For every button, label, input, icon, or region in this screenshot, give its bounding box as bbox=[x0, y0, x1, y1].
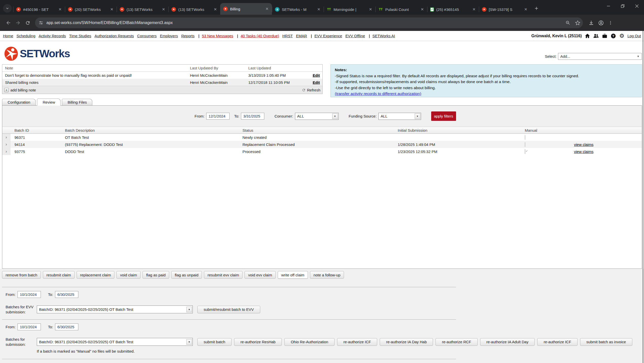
help-icon[interactable]: ? bbox=[610, 33, 616, 39]
expand-row-icon[interactable]: › bbox=[2, 148, 10, 155]
submit-batch-as-invoice-button[interactable]: submit batch as invoice bbox=[580, 338, 632, 346]
tab-close-icon[interactable]: ✕ bbox=[471, 7, 477, 12]
evv-to-input[interactable] bbox=[55, 291, 78, 298]
tab-configuration[interactable]: Configuration bbox=[2, 99, 36, 105]
window-minimize-button[interactable] bbox=[601, 0, 616, 12]
nav-authorization-requests[interactable]: Authorization Requests bbox=[95, 34, 134, 38]
submission-to-input[interactable] bbox=[55, 323, 78, 330]
note-a-follow-up-button[interactable]: note a follow-up bbox=[310, 271, 344, 279]
browser-tab-4[interactable]: ★ (13) SETWorks ✕ bbox=[168, 4, 220, 15]
nav-hrst[interactable]: HRST bbox=[282, 34, 293, 38]
void-claim-button[interactable]: void claim bbox=[116, 271, 141, 279]
nav-new-messages[interactable]: 53 New Messages bbox=[202, 34, 233, 38]
nav-consumers[interactable]: Consumers bbox=[137, 34, 157, 38]
gear-icon[interactable]: ⚙ bbox=[619, 33, 625, 39]
nav-scheduling[interactable]: Scheduling bbox=[16, 34, 35, 38]
quick-add-select[interactable]: Add... ▼ bbox=[558, 53, 642, 60]
evv-batch-select[interactable]: BatchID: 96371 (02/04/2025-02/25/2025) O… bbox=[37, 305, 193, 313]
expand-row-icon[interactable]: › bbox=[2, 134, 10, 141]
browser-tab-9[interactable]: ✓ (25) #365145 ✕ bbox=[427, 4, 479, 15]
submission-from-input[interactable] bbox=[18, 323, 41, 330]
tab-close-icon[interactable]: ✕ bbox=[109, 7, 115, 12]
refresh-notes-button[interactable]: Refresh bbox=[302, 88, 320, 92]
filter-from-input[interactable] bbox=[206, 113, 230, 120]
omnibox[interactable]: app.set-works.com/SW/Home/EDIBilling/EDI… bbox=[35, 17, 583, 28]
home-icon[interactable] bbox=[584, 33, 590, 39]
transfer-activity-records-link[interactable]: (transfer activity records to different … bbox=[335, 91, 421, 96]
url-text[interactable]: app.set-works.com/SW/Home/EDIBilling/EDI… bbox=[46, 21, 563, 25]
nav-home[interactable]: Home bbox=[3, 34, 13, 38]
submission-batch-select[interactable]: BatchID: 96371 (02/04/2025-02/25/2025) O… bbox=[37, 338, 193, 346]
tab-review[interactable]: Review bbox=[37, 99, 61, 106]
remove-from-batch-button[interactable]: remove from batch bbox=[2, 271, 41, 279]
tab-close-icon[interactable]: ✕ bbox=[316, 7, 322, 12]
nav-setworks-ai[interactable]: SETWorks AI bbox=[372, 34, 395, 38]
void-evv-claim-button[interactable]: void evv claim bbox=[245, 271, 275, 279]
bookmark-star-icon[interactable] bbox=[575, 20, 580, 26]
browser-tab-2[interactable]: ★ (20) SETWorks ✕ bbox=[65, 4, 117, 15]
tab-close-icon[interactable]: ✕ bbox=[368, 7, 373, 12]
profile-button[interactable] bbox=[596, 18, 606, 28]
batch-row-93775[interactable]: › 93775 DODD Test Processed 1/23/2025 12… bbox=[2, 148, 642, 155]
view-claims-link[interactable]: view claims bbox=[574, 149, 594, 154]
browser-tab-billing-active[interactable]: ★ Billing ✕ bbox=[220, 3, 272, 15]
downloads-button[interactable] bbox=[586, 18, 596, 28]
edit-note-link[interactable]: Edit bbox=[313, 73, 320, 78]
forward-button[interactable] bbox=[13, 18, 23, 28]
submit-resubmit-batch-to-evv-button[interactable]: submit/resubmit batch to EVV bbox=[197, 306, 260, 313]
tab-close-icon[interactable]: ✕ bbox=[212, 7, 218, 12]
people-icon[interactable] bbox=[593, 33, 599, 39]
plus-icon[interactable]: + bbox=[4, 88, 9, 92]
browser-tab-7[interactable]: TT Morningside | ✕ bbox=[324, 4, 375, 15]
browser-tab-8[interactable]: TT Pulaski Count ✕ bbox=[375, 4, 427, 15]
re-authorize-icf-2-button[interactable]: re-authorize ICF bbox=[537, 338, 577, 346]
new-tab-button[interactable] bbox=[532, 4, 541, 13]
window-restore-button[interactable] bbox=[616, 0, 630, 12]
flag-as-unpaid-button[interactable]: flag as unpaid bbox=[171, 271, 202, 279]
tab-close-icon[interactable]: ✕ bbox=[264, 6, 270, 12]
nav-emar[interactable]: EMAR bbox=[296, 34, 307, 38]
tab-billing-files[interactable]: Billing Files bbox=[62, 99, 92, 105]
back-button[interactable] bbox=[4, 18, 13, 28]
nav-evv-offline[interactable]: EVV Offline bbox=[345, 34, 365, 38]
flag-as-paid-button[interactable]: flag as paid bbox=[143, 271, 169, 279]
zoom-out-icon[interactable] bbox=[565, 20, 570, 25]
manual-checkbox[interactable] bbox=[525, 149, 525, 154]
browser-menu-button[interactable] bbox=[606, 18, 615, 28]
edit-note-link[interactable]: Edit bbox=[313, 80, 320, 85]
resubmit-claim-button[interactable]: resubmit claim bbox=[43, 271, 75, 279]
briefcase-icon[interactable] bbox=[602, 33, 608, 39]
nav-tasks[interactable]: 40 Tasks (40 Overdue) bbox=[241, 34, 279, 38]
submit-batch-button[interactable]: submit batch bbox=[197, 338, 232, 346]
tab-search-button[interactable] bbox=[3, 4, 12, 13]
nav-evv-experience[interactable]: EVV Experience bbox=[315, 34, 342, 38]
browser-tab-1[interactable]: ★ #450198 - SET ✕ bbox=[13, 4, 65, 15]
tab-close-icon[interactable]: ✕ bbox=[523, 7, 529, 12]
re-authorize-rcf-button[interactable]: re-authorize RCF bbox=[436, 338, 477, 346]
batch-row-96371[interactable]: › 96371 OT Batch Test Newly created bbox=[2, 134, 642, 141]
window-close-button[interactable] bbox=[630, 0, 644, 12]
view-claims-link[interactable]: view claims bbox=[574, 142, 594, 147]
nav-reports[interactable]: Reports bbox=[181, 34, 195, 38]
re-authorize-reshab-button[interactable]: re-authorize ResHab bbox=[234, 338, 282, 346]
manual-checkbox[interactable] bbox=[525, 135, 525, 140]
resubmit-evv-claim-button[interactable]: resubmit evv claim bbox=[204, 271, 242, 279]
add-billing-note-button[interactable]: add billing note bbox=[10, 88, 36, 92]
replacement-claim-button[interactable]: replacement claim bbox=[77, 271, 115, 279]
browser-tab-10[interactable]: ★ [SW-15379] S ✕ bbox=[479, 4, 531, 15]
filter-to-input[interactable] bbox=[241, 113, 264, 120]
browser-tab-3[interactable]: ★ (13) SETWorks ✕ bbox=[117, 4, 168, 15]
batch-row-94114[interactable]: › 94114 (93775) Replacement: DODD Test R… bbox=[2, 141, 642, 148]
write-off-claim-button[interactable]: write off claim bbox=[278, 271, 308, 279]
nav-employers[interactable]: Employers bbox=[160, 34, 178, 38]
browser-tab-6[interactable]: s SETWorks - M ✕ bbox=[272, 4, 324, 15]
expand-row-icon[interactable]: › bbox=[2, 141, 10, 148]
tab-close-icon[interactable]: ✕ bbox=[419, 7, 425, 12]
consumer-select[interactable]: ALL ▼ bbox=[295, 113, 339, 120]
re-authorize-ia-adult-day-button[interactable]: re-authorize IA Adult Day bbox=[480, 338, 535, 346]
re-authorize-icf-button[interactable]: re-authorize ICF bbox=[337, 338, 377, 346]
manual-checkbox[interactable] bbox=[525, 142, 525, 147]
funding-source-select[interactable]: ALL ▼ bbox=[378, 113, 421, 120]
log-out-link[interactable]: Log Out bbox=[628, 34, 641, 38]
ohio-re-authorization-button[interactable]: Ohio Re-Authorization bbox=[284, 338, 335, 346]
